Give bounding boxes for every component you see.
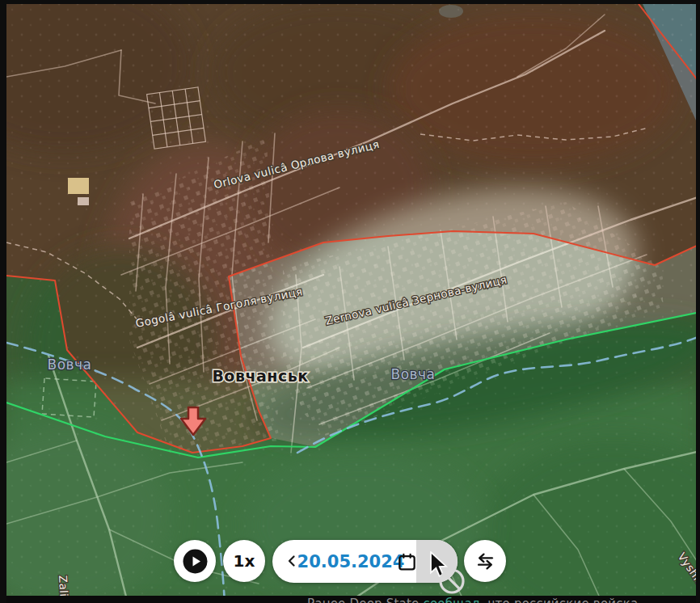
play-button[interactable] — [174, 540, 216, 582]
calendar-icon[interactable] — [395, 550, 418, 573]
article-link[interactable]: сообщал — [423, 597, 479, 603]
next-date-button[interactable] — [416, 540, 458, 583]
map-canvas[interactable]: Orlova vulicâ Орлова вулиця Gogolâ vulic… — [6, 4, 696, 596]
chevron-right-icon — [431, 555, 444, 568]
date-display[interactable]: 20.05.2024 — [308, 540, 394, 583]
street-label-zaliznychna: Zali — [57, 575, 70, 596]
river-label-vovcha-east: Вовча — [390, 366, 435, 382]
play-icon — [183, 549, 208, 574]
frame-edge-top — [0, 0, 700, 4]
speed-label: 1x — [234, 551, 255, 571]
app-screen: Orlova vulicâ Орлова вулиця Gogolâ vulic… — [0, 0, 700, 603]
swap-arrows-icon — [474, 550, 496, 572]
city-label-vovchansk: Вовчанськ — [212, 367, 308, 385]
article-text: Ранее Deep State — [307, 597, 423, 603]
article-text-tail: , что российские войска — [480, 597, 639, 603]
date-navigator: 20.05.2024 — [272, 540, 458, 583]
map-svg: Orlova vulicâ Орлова вулиця Gogolâ vulic… — [6, 4, 696, 596]
river-label-vovcha-west: Вовча — [47, 356, 91, 373]
frame-edge-right — [696, 0, 700, 603]
article-ticker: Ранее Deep State сообщал, что российские… — [0, 596, 700, 603]
frame-edge-left — [0, 0, 6, 603]
playback-speed-button[interactable]: 1x — [223, 540, 265, 582]
compare-layers-button[interactable] — [464, 540, 506, 582]
